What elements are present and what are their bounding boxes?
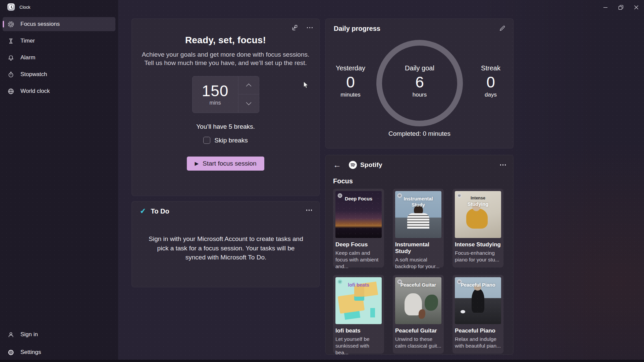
playlist-title: Peaceful Guitar <box>395 327 441 334</box>
todo-title: To Do <box>151 207 169 215</box>
sidebar-item-alarm[interactable]: Alarm <box>3 51 115 65</box>
playlist-description: Relax and indulge with beautiful pian... <box>455 336 501 349</box>
stat-label: Daily goal <box>393 64 446 72</box>
person-icon <box>7 331 14 338</box>
streak-stat: Streak 0 days <box>464 64 518 98</box>
start-focus-session-button[interactable]: ▶ Start focus session <box>187 157 264 171</box>
spotify-brand: Spotify <box>360 161 382 169</box>
spotify-panel: ← Spotify Focus Deep Focus Deep Focus Ke… <box>325 155 514 355</box>
stepper-decrease-button[interactable] <box>238 95 259 113</box>
daily-progress-title: Daily progress <box>334 25 380 33</box>
yesterday-stat: Yesterday 0 minutes <box>324 64 377 98</box>
sidebar-item-label: Stopwatch <box>20 71 47 78</box>
completed-text: Completed: 0 minutes <box>326 130 513 137</box>
breaks-note: You’ll have 5 breaks. <box>196 123 255 130</box>
selected-accent-bar <box>3 21 4 27</box>
todo-more-icon[interactable] <box>306 209 312 211</box>
playlist-tile-deep-focus[interactable]: Deep Focus Deep Focus Keep calm and focu… <box>333 189 384 267</box>
playlist-description: Let yourself be sunkissed with bea... <box>335 336 382 356</box>
sidebar-item-label: Settings <box>20 349 41 356</box>
skip-breaks-checkbox[interactable] <box>203 137 210 144</box>
minimize-button[interactable] <box>598 0 613 14</box>
window-controls <box>598 0 644 14</box>
sidebar-item-label: Alarm <box>20 54 35 61</box>
playlist-grid: Deep Focus Deep Focus Keep calm and focu… <box>333 189 503 354</box>
edit-goal-button[interactable] <box>499 25 506 33</box>
gear-icon <box>7 349 14 356</box>
minutes-stepper: 150 mins <box>192 76 259 113</box>
chevron-up-icon <box>246 83 251 89</box>
minutes-unit: mins <box>210 100 221 106</box>
focus-title: Ready, set, focus! <box>185 35 266 46</box>
sidebar-item-settings[interactable]: Settings <box>3 345 115 359</box>
album-art: Deep Focus <box>335 191 382 238</box>
sidebar-item-label: Timer <box>20 38 35 44</box>
focus-session-card: Ready, set, focus! Achieve your goals an… <box>131 18 320 196</box>
todo-check-icon: ✔ <box>140 206 146 216</box>
pencil-icon <box>499 25 506 32</box>
playlist-description: A soft musical backdrop for your... <box>395 256 441 270</box>
playlist-tile-peaceful-guitar[interactable]: Peaceful Guitar Peaceful Guitar Unwind t… <box>393 275 444 354</box>
minimize-icon <box>602 4 609 11</box>
alarm-icon <box>7 54 14 61</box>
focus-subtitle: Achieve your goals and get more done wit… <box>140 50 312 67</box>
daily-goal-stat: Daily goal 6 hours <box>393 64 446 98</box>
playlist-tile-instrumental-study[interactable]: InstrumentalStudy Instrumental Study A s… <box>393 189 444 267</box>
play-icon: ▶ <box>195 161 199 167</box>
sidebar-item-timer[interactable]: Timer <box>3 34 115 48</box>
sidebar-item-label: World clock <box>20 88 50 95</box>
restore-icon <box>617 4 625 11</box>
sidebar-nav: Focus sessions Timer Alarm Stopwatch <box>3 17 115 101</box>
spotify-badge-icon <box>397 279 402 284</box>
playlist-title: lofi beats <box>335 327 382 334</box>
stat-value: 0 <box>324 74 377 90</box>
sidebar-item-world-clock[interactable]: World clock <box>3 84 115 98</box>
sidebar-item-focus-sessions[interactable]: Focus sessions <box>3 17 115 31</box>
bottom-edge <box>0 360 644 362</box>
world-clock-icon <box>7 88 14 95</box>
minutes-value[interactable]: 150 <box>202 83 229 99</box>
sidebar-item-sign-in[interactable]: Sign in <box>3 327 115 342</box>
spotify-badge-icon <box>457 279 462 284</box>
stat-unit: hours <box>393 92 446 98</box>
close-icon <box>633 4 640 11</box>
spotify-badge-icon <box>337 193 342 198</box>
stat-label: Yesterday <box>324 64 377 72</box>
spotify-badge-icon <box>337 279 342 284</box>
sidebar-footer: Sign in Settings <box>3 327 115 359</box>
spotify-more-icon[interactable] <box>500 164 506 166</box>
spotify-badge-icon <box>397 193 402 198</box>
focus-sessions-icon <box>7 21 14 28</box>
album-art: IntenseStudying <box>455 191 501 238</box>
focus-more-icon[interactable] <box>307 27 313 28</box>
album-art: InstrumentalStudy <box>395 191 441 238</box>
timer-icon <box>7 38 14 45</box>
stat-value: 0 <box>464 74 518 90</box>
stat-unit: days <box>464 92 518 98</box>
minutes-value-box[interactable]: 150 mins <box>193 76 238 113</box>
restore-button[interactable] <box>613 0 629 14</box>
popout-icon[interactable] <box>291 24 298 31</box>
spotify-logo-icon <box>348 161 357 169</box>
todo-card: ✔ To Do Sign in with your Microsoft Acco… <box>131 201 320 287</box>
playlist-tile-lofi-beats[interactable]: lofi beats lofi beats Let yourself be su… <box>333 275 384 354</box>
playlist-title: Peaceful Piano <box>455 327 501 334</box>
chevron-down-icon <box>246 100 251 105</box>
sidebar-item-label: Focus sessions <box>20 21 60 27</box>
stopwatch-icon <box>7 71 14 78</box>
close-button[interactable] <box>629 0 644 14</box>
playlist-description: Focus-enhancing piano for your stu... <box>455 250 501 263</box>
sidebar-item-stopwatch[interactable]: Stopwatch <box>3 67 115 81</box>
start-button-label: Start focus session <box>203 160 257 167</box>
back-button[interactable]: ← <box>333 161 341 169</box>
playlist-tile-peaceful-piano[interactable]: Peaceful Piano Peaceful Piano Relax and … <box>452 275 503 354</box>
album-art: Peaceful Piano <box>455 277 501 324</box>
album-art: Peaceful Guitar <box>395 277 441 324</box>
daily-progress-card: Daily progress Yesterday 0 minutes Daily… <box>325 18 514 148</box>
playlist-tile-intense-studying[interactable]: IntenseStudying Intense Studying Focus-e… <box>452 189 503 267</box>
stepper-increase-button[interactable] <box>238 76 259 95</box>
album-art: lofi beats <box>335 277 382 324</box>
titlebar <box>0 0 644 14</box>
skip-breaks-label[interactable]: Skip breaks <box>214 137 248 144</box>
mouse-cursor <box>304 81 309 89</box>
